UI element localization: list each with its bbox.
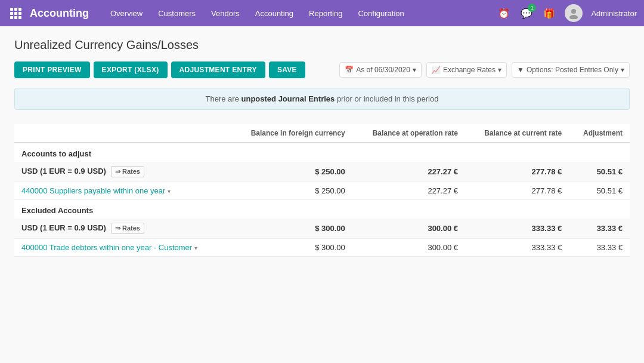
cell-0: $ 300.00 xyxy=(230,239,352,257)
currency-label-cell: USD (1 EUR = 0.9 USD)⇒ Rates xyxy=(14,162,230,182)
table-body: Accounts to adjustUSD (1 EUR = 0.9 USD)⇒… xyxy=(14,143,630,257)
section-header-0: Accounts to adjust xyxy=(14,143,630,162)
cell-3: 33.33 € xyxy=(569,239,630,257)
banner-prefix: There are xyxy=(206,94,242,103)
table-header: Balance in foreign currency Balance at o… xyxy=(14,124,630,143)
cell-1: 227.27 € xyxy=(352,182,465,200)
app-grid-icon[interactable] xyxy=(7,5,24,21)
currency-label: USD (1 EUR = 0.9 USD) xyxy=(21,167,106,176)
cell-3: 33.33 € xyxy=(569,219,630,239)
filter-icon: ▼ xyxy=(517,66,524,74)
rates-badge[interactable]: ⇒ Rates xyxy=(111,166,144,177)
svg-point-0 xyxy=(571,9,576,14)
options-arrow: ▾ xyxy=(621,66,624,74)
info-banner: There are unposted Journal Entries prior… xyxy=(14,88,630,110)
cell-3: 50.51 € xyxy=(569,182,630,200)
print-preview-button[interactable]: PRINT PREVIEW xyxy=(14,61,90,78)
cell-1: 300.00 € xyxy=(352,219,465,239)
cell-3: 50.51 € xyxy=(569,162,630,182)
top-navigation: Accounting Overview Customers Vendors Ac… xyxy=(0,0,644,26)
account-link[interactable]: 440000 Suppliers payable within one year xyxy=(21,186,165,195)
col-header-balance-foreign: Balance in foreign currency xyxy=(230,124,352,143)
unposted-journal-entries-link[interactable]: unposted Journal Entries xyxy=(242,94,335,103)
menu-accounting[interactable]: Accounting xyxy=(248,5,301,21)
cell-0: $ 250.00 xyxy=(230,162,352,182)
cell-1: 300.00 € xyxy=(352,239,465,257)
cell-2: 277.78 € xyxy=(465,162,569,182)
grid-icon-dots xyxy=(10,8,21,19)
cell-0: $ 250.00 xyxy=(230,182,352,200)
options-label: Options: Posted Entries Only xyxy=(527,66,618,74)
exchange-rates-arrow: ▾ xyxy=(498,66,501,74)
account-link[interactable]: 400000 Trade debtors within one year - C… xyxy=(21,243,192,252)
admin-label[interactable]: Administrator xyxy=(591,9,637,18)
cell-2: 333.33 € xyxy=(465,239,569,257)
main-menu: Overview Customers Vendors Accounting Re… xyxy=(103,5,497,21)
currency-label: USD (1 EUR = 0.9 USD) xyxy=(21,223,106,232)
currency-label-cell: USD (1 EUR = 0.9 USD)⇒ Rates xyxy=(14,219,230,239)
account-dropdown-arrow[interactable]: ▾ xyxy=(194,245,197,251)
save-button[interactable]: SAVE xyxy=(269,61,305,78)
col-header-account xyxy=(14,124,230,143)
date-filter-label: As of 06/30/2020 xyxy=(356,66,410,74)
account-label-cell: 400000 Trade debtors within one year - C… xyxy=(14,239,230,257)
exchange-rates-filter[interactable]: 📈 Exchange Rates ▾ xyxy=(426,62,507,78)
adjustment-entry-button[interactable]: ADJUSTMENT ENTRY xyxy=(171,61,265,78)
calendar-icon: 📅 xyxy=(345,66,354,74)
messages-icon[interactable]: 💬 1 xyxy=(519,6,534,20)
cell-2: 333.33 € xyxy=(465,219,569,239)
table-row: 440000 Suppliers payable within one year… xyxy=(14,182,630,200)
menu-vendors[interactable]: Vendors xyxy=(204,5,247,21)
table-row: 400000 Trade debtors within one year - C… xyxy=(14,239,630,257)
rates-icon: 📈 xyxy=(432,66,441,74)
svg-point-1 xyxy=(569,15,578,19)
app-title: Accounting xyxy=(30,7,89,20)
section-title: Excluded Accounts xyxy=(14,200,630,219)
cell-1: 227.27 € xyxy=(352,162,465,182)
export-xlsx-button[interactable]: EXPORT (XLSX) xyxy=(94,61,168,78)
menu-configuration[interactable]: Configuration xyxy=(351,5,411,21)
messages-badge: 1 xyxy=(528,4,536,12)
date-filter-arrow: ▾ xyxy=(413,66,416,74)
section-title: Accounts to adjust xyxy=(14,143,630,162)
avatar[interactable] xyxy=(565,4,583,22)
page-content: Unrealized Currency Gains/Losses PRINT P… xyxy=(0,26,644,269)
col-header-adjustment: Adjustment xyxy=(569,124,630,143)
avatar-icon xyxy=(568,7,580,19)
gift-icon[interactable]: 🎁 xyxy=(542,6,556,20)
account-dropdown-arrow[interactable]: ▾ xyxy=(168,188,171,195)
cell-2: 277.78 € xyxy=(465,182,569,200)
account-label-cell: 440000 Suppliers payable within one year… xyxy=(14,182,230,200)
page-title: Unrealized Currency Gains/Losses xyxy=(14,38,630,52)
menu-customers[interactable]: Customers xyxy=(151,5,203,21)
options-filter[interactable]: ▼ Options: Posted Entries Only ▾ xyxy=(512,62,630,78)
banner-suffix: prior or included in this period xyxy=(335,94,438,103)
rates-badge[interactable]: ⇒ Rates xyxy=(111,223,144,234)
action-right-filters: 📅 As of 06/30/2020 ▾ 📈 Exchange Rates ▾ … xyxy=(339,62,630,78)
table-row: USD (1 EUR = 0.9 USD)⇒ Rates$ 250.00227.… xyxy=(14,162,630,182)
col-header-balance-operation: Balance at operation rate xyxy=(352,124,465,143)
menu-overview[interactable]: Overview xyxy=(103,5,150,21)
topnav-right-icons: ⏰ 💬 1 🎁 Administrator xyxy=(497,4,637,22)
clock-icon[interactable]: ⏰ xyxy=(497,6,511,20)
action-bar: PRINT PREVIEW EXPORT (XLSX) ADJUSTMENT E… xyxy=(14,61,630,78)
data-table: Balance in foreign currency Balance at o… xyxy=(14,124,630,257)
col-header-balance-current: Balance at current rate xyxy=(465,124,569,143)
exchange-rates-label: Exchange Rates xyxy=(443,66,496,74)
section-header-1: Excluded Accounts xyxy=(14,200,630,219)
table-row: USD (1 EUR = 0.9 USD)⇒ Rates$ 300.00300.… xyxy=(14,219,630,239)
menu-reporting[interactable]: Reporting xyxy=(302,5,349,21)
date-filter[interactable]: 📅 As of 06/30/2020 ▾ xyxy=(339,62,422,78)
cell-0: $ 300.00 xyxy=(230,219,352,239)
